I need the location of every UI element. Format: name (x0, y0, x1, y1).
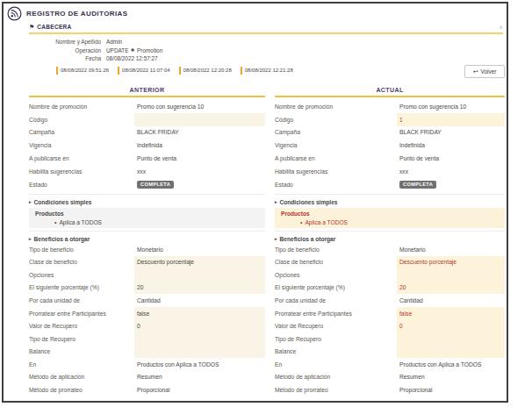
field-row: A publicarse enPunto de venta (275, 152, 505, 165)
field-label: Vigencia (29, 139, 134, 152)
field-label: Clase de beneficio (29, 256, 134, 269)
field-label: A publicarse en (275, 152, 397, 165)
field-value: Punto de venta (134, 152, 265, 165)
field-value: false (397, 307, 505, 320)
field-value: Promo con sugerencia 10 (397, 100, 505, 113)
field-value: COMPLETA (134, 178, 265, 191)
products-item: • Aplica a TODOS (35, 219, 260, 225)
field-row: EnProductos con Aplica a TODOS (275, 358, 505, 371)
field-label: Habilita sugerencias (275, 165, 397, 178)
back-button[interactable]: ↩ Volver (464, 65, 505, 78)
field-value: Cantidad (134, 294, 265, 307)
triangle-right-icon: ▸ (29, 200, 32, 204)
field-label: Prorratear entre Participantes (29, 307, 134, 320)
field-value (397, 345, 505, 358)
field-value: Productos con Aplica a TODOS (134, 358, 265, 371)
field-value: Proporcional (397, 383, 505, 396)
status-badge: COMPLETA (399, 181, 436, 189)
field-value: Monetario (397, 243, 505, 256)
field-value: Descuento porcentaje (397, 256, 505, 269)
field-value: Resumen (397, 371, 505, 384)
field-label: Tipo de beneficio (29, 243, 134, 256)
field-label: A publicarse en (29, 152, 134, 165)
field-value: BLACK FRIDAY (397, 126, 505, 139)
field-row: Clase de beneficioDescuento porcentaje (29, 256, 265, 269)
meta-value: 08/08/2022 12:57:27 (106, 55, 158, 61)
field-row: Valor de Recupero0 (275, 319, 505, 332)
field-label: El siguiente porcentaje (%) (29, 282, 134, 295)
products-title: Productos (35, 211, 260, 217)
field-row: Método de aplicaciónResumen (29, 371, 265, 384)
meta-label: Operación (29, 47, 101, 54)
field-value: 0 (397, 319, 505, 332)
section-beneficios-a-otorgar[interactable]: ▸ Beneficios a otorgar (275, 231, 505, 243)
field-row: Método de aplicaciónResumen (275, 371, 505, 384)
products-box: Productos • Aplica a TODOS (29, 208, 265, 229)
field-label: Balance (275, 345, 397, 358)
field-value: Indefinida (397, 139, 505, 152)
page-title: REGISTRO DE AUDITORIAS (26, 10, 127, 18)
field-value: 20 (397, 282, 505, 295)
column-anterior: ANTERIOR Nombre de promociónPromo con su… (29, 84, 265, 396)
snapshot-timestamp[interactable]: 08/08/2022 12:21:28 (241, 67, 293, 75)
field-value (397, 332, 505, 346)
field-label: Vigencia (275, 139, 397, 152)
field-row: Código (29, 113, 265, 126)
snapshot-timestamp[interactable]: 08/08/2022 09:51:26 (56, 67, 109, 75)
field-label: Método de prorrateo (275, 383, 397, 396)
field-label: Método de prorrateo (29, 383, 134, 396)
snapshot-timestamp[interactable]: 08/08/2022 11:07:04 (118, 67, 170, 75)
field-value: Promo con sugerencia 10 (134, 100, 265, 113)
field-value: false (134, 307, 265, 320)
column-underline (275, 96, 505, 97)
field-row: VigenciaIndefinida (275, 139, 505, 152)
field-label: Nombre de promoción (29, 100, 134, 113)
meta-row: Fecha 08/08/2022 12:57:27 (29, 54, 162, 63)
field-value: Productos con Aplica a TODOS (397, 358, 505, 371)
field-row: Prorratear entre Participantesfalse (29, 307, 265, 320)
collapse-chevron-icon[interactable]: ∧ (500, 25, 503, 30)
cabecera-header: ⚑ CABECERA ∧ (29, 22, 503, 32)
field-label: Opciones (29, 268, 134, 282)
field-row: Prorratear entre Participantesfalse (275, 307, 505, 320)
field-row: CampañaBLACK FRIDAY (275, 126, 505, 139)
field-label: El siguiente porcentaje (%) (275, 282, 397, 295)
field-row: A publicarse enPunto de venta (29, 152, 265, 165)
field-row: Opciones (29, 268, 265, 282)
app-header: REGISTRO DE AUDITORIAS (7, 6, 127, 21)
field-label: Nombre de promoción (275, 100, 397, 113)
field-label: Tipo de beneficio (275, 243, 397, 256)
audit-feed-icon (7, 6, 22, 21)
triangle-right-icon: ▸ (275, 237, 277, 241)
field-label: Prorratear entre Participantes (275, 307, 397, 320)
column-actual: ACTUAL Nombre de promociónPromo con suge… (275, 84, 505, 396)
field-row: El siguiente porcentaje (%)20 (29, 282, 265, 295)
field-value (134, 345, 265, 358)
field-row: Tipo de beneficioMonetario (29, 243, 265, 256)
field-row: Por cada unidad deCantidad (29, 294, 265, 307)
section-title-cabecera: CABECERA (37, 24, 71, 30)
field-label: Código (29, 113, 134, 126)
field-row: Código1 (275, 113, 505, 126)
triangle-right-icon: ▸ (275, 200, 277, 204)
field-value: Cantidad (397, 294, 505, 307)
field-row: Balance (29, 345, 265, 358)
section-label: Beneficios a otorgar (280, 236, 336, 242)
bullet-icon: • (54, 219, 56, 225)
snapshot-timestamp[interactable]: 08/08/2022 12:20:28 (179, 67, 232, 75)
field-row: EstadoCOMPLETA (29, 178, 265, 191)
section-beneficios-a-otorgar[interactable]: ▸ Beneficios a otorgar (29, 231, 265, 243)
section-condiciones-simples[interactable]: ▸ Condiciones simples (275, 194, 505, 206)
section-condiciones-simples[interactable]: ▸ Condiciones simples (29, 194, 265, 206)
section-label: Condiciones simples (280, 199, 338, 205)
column-title: ANTERIOR (29, 84, 265, 96)
field-label: Estado (29, 178, 134, 191)
operation-type: UPDATE (106, 47, 128, 54)
products-title: Productos (281, 211, 500, 217)
field-label: Clase de beneficio (275, 256, 397, 269)
field-label: Balance (29, 345, 134, 358)
field-value (134, 332, 265, 346)
section-label: Beneficios a otorgar (34, 236, 90, 242)
field-row: Tipo de Recupero (29, 332, 265, 346)
field-row: EnProductos con Aplica a TODOS (29, 358, 265, 371)
